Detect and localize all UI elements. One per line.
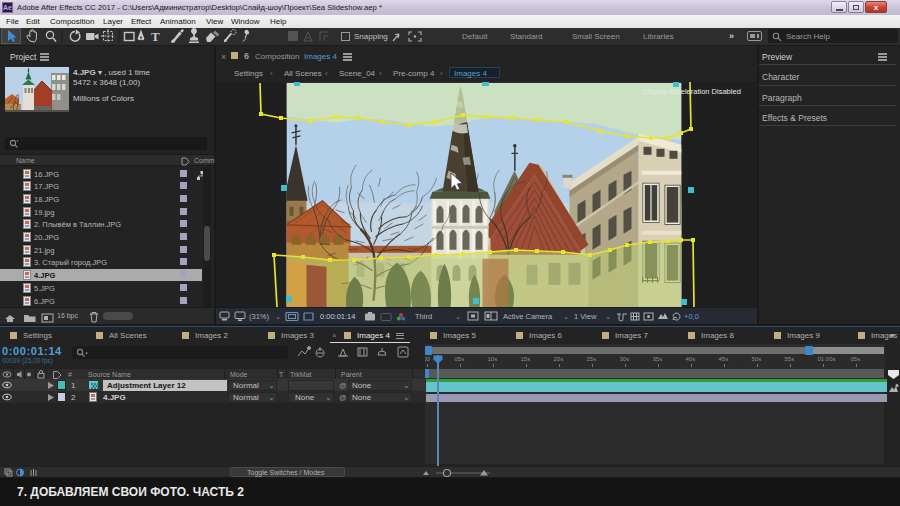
svg-text:Display Acceleration Disabled: Display Acceleration Disabled <box>642 87 741 96</box>
svg-text:T: T <box>151 29 160 44</box>
